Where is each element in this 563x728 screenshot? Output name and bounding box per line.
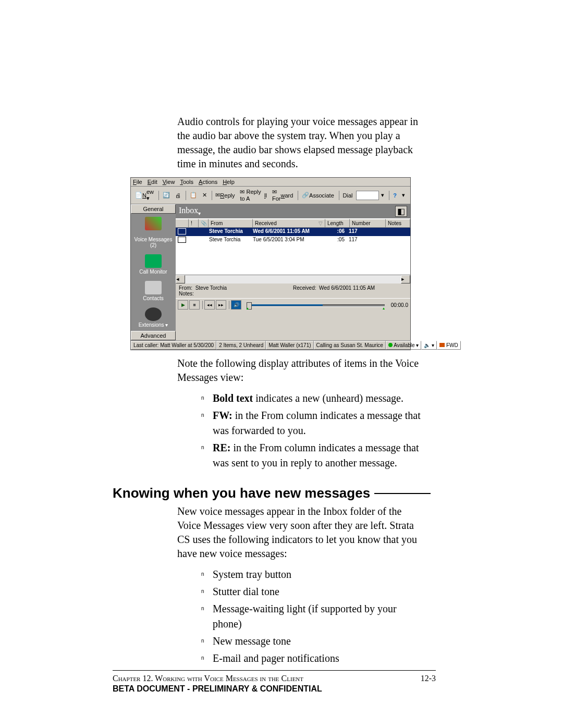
- reply-all-button[interactable]: ✉ Reply to All: [238, 188, 269, 202]
- folder-title: Inbox▾: [179, 206, 201, 216]
- playback-slider[interactable]: ▴ ▴: [247, 301, 385, 309]
- scroll-right-icon[interactable]: ▸: [401, 275, 410, 283]
- sidebar: General Voice Messages (2) Call Monitor …: [131, 204, 176, 340]
- envelope-icon: [178, 237, 186, 243]
- sidebar-item-extensions[interactable]: Extensions ▾: [131, 304, 176, 331]
- footer-confidential: BETA DOCUMENT - PRELIMINARY & CONFIDENTI…: [113, 684, 436, 694]
- status-fwd[interactable]: FWD: [437, 341, 461, 350]
- attributes-list: Bold text indicates a new (unheard) mess…: [201, 391, 425, 471]
- app-screenshot: File Edit View Tools Actions Help 📄 New …: [130, 177, 411, 350]
- col-number[interactable]: Number: [350, 219, 386, 228]
- message-list: Steve Torchia Wed 6/6/2001 11:05 AM :06 …: [176, 228, 410, 275]
- table-row[interactable]: Steve Torchia Wed 6/6/2001 11:05 AM :06 …: [176, 228, 410, 236]
- contacts-icon: [145, 281, 162, 294]
- list-item: RE: in the From column indicates a messa…: [201, 440, 425, 471]
- col-received[interactable]: Received▽: [253, 219, 325, 228]
- detail-received-value: Wed 6/6/2001 11:05 AM: [319, 285, 375, 291]
- speaker-button[interactable]: 🔊: [231, 300, 241, 310]
- list-item: New message tone: [201, 634, 425, 649]
- horizontal-scrollbar[interactable]: ◂ ▸: [176, 275, 410, 283]
- dial-input[interactable]: [356, 191, 380, 200]
- col-priority[interactable]: !: [189, 219, 199, 228]
- sidebar-header-general[interactable]: General: [131, 204, 176, 214]
- help-icon[interactable]: ?: [391, 192, 399, 199]
- rewind-button[interactable]: ◂◂: [204, 300, 215, 310]
- list-item: E-mail and pager notifications: [201, 651, 425, 666]
- col-attach[interactable]: 📎: [199, 219, 209, 228]
- toolbar: 📄 New ▾ 🔄 🖨 📋 ✕ ✉ Reply ✉ Reply to All ✉…: [131, 187, 410, 204]
- menu-tools[interactable]: Tools: [180, 179, 193, 185]
- col-from[interactable]: From: [209, 219, 253, 228]
- sidebar-header-advanced[interactable]: Advanced: [131, 331, 176, 340]
- detail-from-label: From:: [179, 285, 192, 291]
- detail-notes-label: Notes:: [179, 291, 194, 297]
- sidebar-item-call-monitor[interactable]: Call Monitor: [131, 251, 176, 278]
- note-intro: Note the following display attributes of…: [177, 356, 424, 385]
- status-bar: Last caller: Matt Waller at 5/30/200 2 I…: [131, 340, 410, 350]
- folder-options-icon[interactable]: ◧: [395, 206, 407, 217]
- status-volume-icon[interactable]: 🔈 ▾: [421, 341, 437, 350]
- page-footer: Chapter 12. Working with Voice Messages …: [113, 670, 436, 694]
- list-item: System tray button: [201, 567, 425, 582]
- detail-received-label: Received:: [293, 285, 316, 291]
- dial-label: Dial: [341, 192, 355, 199]
- intro-paragraph: Audio controls for playing your voice me…: [177, 115, 424, 171]
- copy-icon[interactable]: 📋: [188, 191, 199, 199]
- audio-bar: ▶ ■ ◂◂ ▸▸ 🔊 ▴ ▴ 00:00.0: [176, 298, 410, 311]
- paragraph-new-messages: New voice messages appear in the Inbox f…: [177, 504, 424, 561]
- col-length[interactable]: Length: [325, 219, 350, 228]
- footer-page-number: 12-3: [421, 674, 436, 683]
- indicators-list: System tray button Stutter dial tone Mes…: [201, 567, 425, 666]
- forward-icon: [439, 343, 445, 347]
- menu-file[interactable]: File: [133, 179, 142, 185]
- status-calling-as: Calling as Susan St. Maurice: [314, 341, 386, 350]
- available-icon: [388, 343, 393, 347]
- audio-time: 00:00.0: [391, 302, 408, 308]
- extensions-icon: [145, 307, 162, 321]
- fast-forward-button[interactable]: ▸▸: [216, 300, 226, 310]
- table-row[interactable]: Steve Torchia Tue 6/5/2001 3:04 PM :05 1…: [176, 236, 410, 244]
- menu-edit[interactable]: Edit: [148, 179, 157, 185]
- reply-button[interactable]: ✉ Reply: [213, 191, 237, 199]
- list-item: FW: in the From column indicates a messa…: [201, 408, 425, 438]
- sidebar-item-voice-messages[interactable]: Voice Messages (2): [131, 235, 176, 251]
- status-last-caller: Last caller: Matt Waller at 5/30/200: [131, 341, 216, 350]
- dial-dropdown-icon[interactable]: ▾: [379, 191, 386, 199]
- forward-button[interactable]: ✉ Forward: [270, 188, 295, 202]
- folder-title-bar: Inbox▾ ◧: [176, 204, 410, 218]
- sidebar-item-contacts[interactable]: Contacts: [131, 278, 176, 304]
- footer-chapter: Chapter 12. Working with Voice Messages …: [113, 674, 303, 683]
- section-heading: Knowing when you have new messages: [113, 485, 431, 501]
- menu-help[interactable]: Help: [223, 179, 235, 185]
- list-item: Bold text indicates a new (unheard) mess…: [201, 391, 425, 406]
- menu-view[interactable]: View: [163, 179, 175, 185]
- status-items: 2 Items, 2 Unheard: [216, 341, 266, 350]
- list-item: Message-waiting light (if supported by y…: [201, 601, 425, 632]
- list-item: Stutter dial tone: [201, 584, 425, 599]
- envelope-icon: [178, 228, 186, 235]
- new-button[interactable]: 📄 New ▾: [133, 188, 156, 202]
- col-notes[interactable]: Notes: [386, 219, 410, 228]
- detail-pane: From: Steve Torchia Notes: Received: Wed…: [176, 283, 410, 298]
- menu-actions[interactable]: Actions: [199, 179, 217, 185]
- call-monitor-icon: [145, 254, 162, 268]
- play-button[interactable]: ▶: [178, 300, 188, 310]
- status-extension: Matt Waller (x171): [266, 341, 313, 350]
- menu-bar: File Edit View Tools Actions Help: [131, 178, 410, 187]
- associate-button[interactable]: 🔗 Associate: [300, 191, 336, 199]
- delete-icon[interactable]: ✕: [200, 191, 209, 199]
- print-icon[interactable]: 🖨: [173, 192, 183, 199]
- stop-button[interactable]: ■: [189, 300, 200, 310]
- status-availability[interactable]: Available ▾: [386, 341, 421, 350]
- overview-icon: [145, 217, 162, 230]
- refresh-icon[interactable]: 🔄: [161, 191, 172, 199]
- col-icon[interactable]: [176, 219, 189, 228]
- sidebar-item-overview[interactable]: [131, 214, 176, 235]
- toolbar-overflow-icon[interactable]: ▾: [400, 191, 407, 199]
- column-headers: ! 📎 From Received▽ Length Number Notes: [176, 218, 410, 228]
- scroll-left-icon[interactable]: ◂: [176, 275, 185, 283]
- detail-from-value: Steve Torchia: [195, 285, 227, 291]
